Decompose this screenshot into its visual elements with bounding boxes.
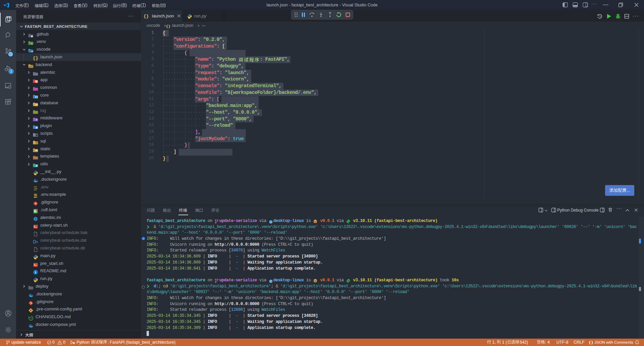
svg-text:P: P xyxy=(30,309,32,312)
